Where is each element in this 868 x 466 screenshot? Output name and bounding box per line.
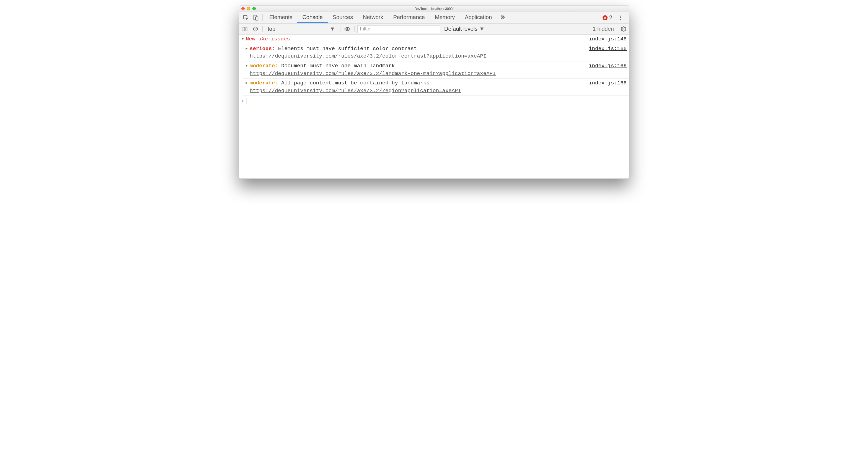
- levels-label: Default levels: [444, 26, 477, 32]
- svg-point-3: [620, 15, 621, 16]
- window-maximize-button[interactable]: [252, 7, 256, 10]
- caret-down-icon: ▼: [479, 26, 485, 32]
- device-toolbar-icon[interactable]: [251, 12, 261, 23]
- tab-label: Console: [302, 14, 322, 21]
- source-link[interactable]: index.js:166: [589, 80, 627, 87]
- error-icon: [602, 15, 608, 20]
- issue-message: Elements must have sufficient color cont…: [278, 46, 417, 52]
- devtools-window: DevTools - localhost:3000/ Elements Cons…: [239, 5, 629, 179]
- svg-point-4: [620, 17, 621, 18]
- svg-point-11: [346, 28, 348, 30]
- clear-console-icon[interactable]: [251, 25, 259, 33]
- console-message[interactable]: ▼ moderate: Document must have one main …: [243, 61, 629, 79]
- tab-elements[interactable]: Elements: [264, 12, 297, 23]
- separator: [587, 26, 587, 32]
- tab-console[interactable]: Console: [297, 12, 328, 23]
- source-link[interactable]: index.js:166: [589, 63, 627, 70]
- window-close-button[interactable]: [241, 7, 245, 10]
- titlebar: DevTools - localhost:3000/: [239, 6, 629, 12]
- disclosure-triangle-closed-icon[interactable]: ▶: [245, 80, 249, 85]
- caret-down-icon: ▼: [330, 26, 335, 32]
- window-minimize-button[interactable]: [247, 7, 250, 10]
- main-tabs-bar: Elements Console Sources Network Perform…: [239, 12, 629, 24]
- traffic-lights: [241, 7, 256, 10]
- live-expression-icon[interactable]: [343, 25, 351, 33]
- error-count: 2: [609, 14, 612, 21]
- execution-context-select[interactable]: top ▼: [266, 26, 337, 32]
- tabs-right-cluster: 2: [602, 12, 627, 23]
- toggle-sidebar-icon[interactable]: [241, 25, 249, 33]
- console-toolbar: top ▼ Default levels ▼ 1 hidden: [239, 24, 629, 35]
- issue-message: Document must have one main landmark: [281, 63, 395, 69]
- tab-performance[interactable]: Performance: [388, 12, 430, 23]
- inspect-element-icon[interactable]: [241, 12, 251, 23]
- source-link[interactable]: index.js:166: [589, 45, 627, 53]
- more-tabs-button[interactable]: [497, 12, 508, 23]
- console-message[interactable]: ▶ serious: Elements must have sufficient…: [243, 44, 629, 61]
- issue-help-link[interactable]: https://dequeuniversity.com/rules/axe/3.…: [250, 88, 584, 95]
- hidden-messages-label: 1 hidden: [590, 26, 617, 32]
- panel-tabs: Elements Console Sources Network Perform…: [264, 12, 602, 23]
- prompt-chevron-icon: ›: [241, 97, 244, 104]
- tab-application[interactable]: Application: [460, 12, 497, 23]
- text-cursor: [247, 98, 247, 104]
- console-group-children: ▶ serious: Elements must have sufficient…: [243, 44, 629, 96]
- disclosure-triangle-open-icon[interactable]: ▼: [241, 36, 245, 41]
- log-levels-select[interactable]: Default levels ▼: [442, 26, 486, 32]
- svg-marker-8: [245, 28, 246, 30]
- disclosure-triangle-open-icon[interactable]: ▼: [245, 63, 249, 68]
- console-message[interactable]: ▶ moderate: All page content must be con…: [243, 79, 629, 96]
- severity-label: serious:: [250, 46, 275, 52]
- source-link[interactable]: index.js:146: [589, 36, 627, 43]
- chevron-double-right-icon: [500, 14, 506, 20]
- console-group-header[interactable]: ▼ New aXe issues index.js:146: [239, 35, 629, 44]
- tab-label: Elements: [269, 14, 292, 21]
- tab-label: Memory: [435, 14, 455, 21]
- tab-label: Sources: [333, 14, 353, 21]
- console-settings-icon[interactable]: [619, 25, 627, 33]
- console-output: ▼ New aXe issues index.js:146 ▶ serious:…: [239, 35, 629, 179]
- error-count-badge[interactable]: 2: [602, 14, 612, 21]
- tab-label: Performance: [393, 14, 425, 21]
- kebab-menu-icon[interactable]: [616, 15, 625, 21]
- tab-memory[interactable]: Memory: [430, 12, 460, 23]
- severity-label: moderate:: [250, 80, 278, 86]
- group-title: New aXe issues: [246, 36, 290, 42]
- tab-sources[interactable]: Sources: [328, 12, 358, 23]
- context-label: top: [268, 26, 275, 32]
- separator: [262, 26, 263, 32]
- issue-message: All page content must be contained by la…: [281, 80, 430, 86]
- issue-help-link[interactable]: https://dequeuniversity.com/rules/axe/3.…: [250, 53, 584, 60]
- disclosure-triangle-closed-icon[interactable]: ▶: [245, 45, 249, 51]
- tab-label: Network: [363, 14, 383, 21]
- tab-label: Application: [465, 14, 492, 21]
- separator: [354, 26, 354, 32]
- svg-rect-2: [255, 17, 258, 20]
- severity-label: moderate:: [250, 63, 278, 69]
- window-title: DevTools - localhost:3000/: [239, 7, 629, 11]
- issue-help-link[interactable]: https://dequeuniversity.com/rules/axe/3.…: [250, 70, 584, 77]
- svg-rect-6: [243, 27, 247, 31]
- svg-point-5: [620, 19, 621, 20]
- filter-input[interactable]: [357, 25, 440, 33]
- tab-network[interactable]: Network: [358, 12, 388, 23]
- console-prompt[interactable]: ›: [239, 96, 629, 104]
- separator: [262, 14, 263, 21]
- svg-line-10: [254, 28, 257, 30]
